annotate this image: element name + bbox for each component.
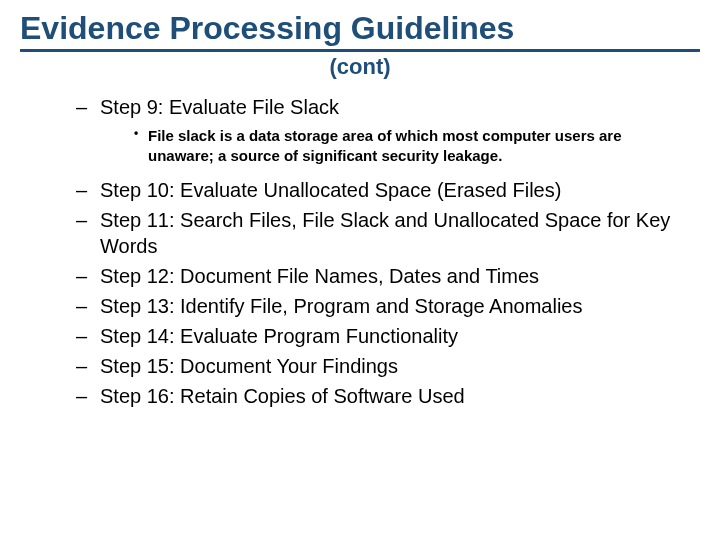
step-14: Step 14: Evaluate Program Functionality — [76, 323, 700, 349]
slide-subtitle: (cont) — [20, 54, 700, 80]
step-9-note: File slack is a data storage area of whi… — [134, 126, 700, 165]
step-9: Step 9: Evaluate File Slack — [76, 94, 700, 120]
step-12: Step 12: Document File Names, Dates and … — [76, 263, 700, 289]
step-15: Step 15: Document Your Findings — [76, 353, 700, 379]
step-9-sublist: File slack is a data storage area of whi… — [76, 126, 700, 165]
step-13: Step 13: Identify File, Program and Stor… — [76, 293, 700, 319]
step-16: Step 16: Retain Copies of Software Used — [76, 383, 700, 409]
step-10: Step 10: Evaluate Unallocated Space (Era… — [76, 177, 700, 203]
step-11: Step 11: Search Files, File Slack and Un… — [76, 207, 700, 259]
steps-list: Step 9: Evaluate File Slack File slack i… — [20, 94, 700, 409]
slide-title: Evidence Processing Guidelines — [20, 10, 700, 52]
